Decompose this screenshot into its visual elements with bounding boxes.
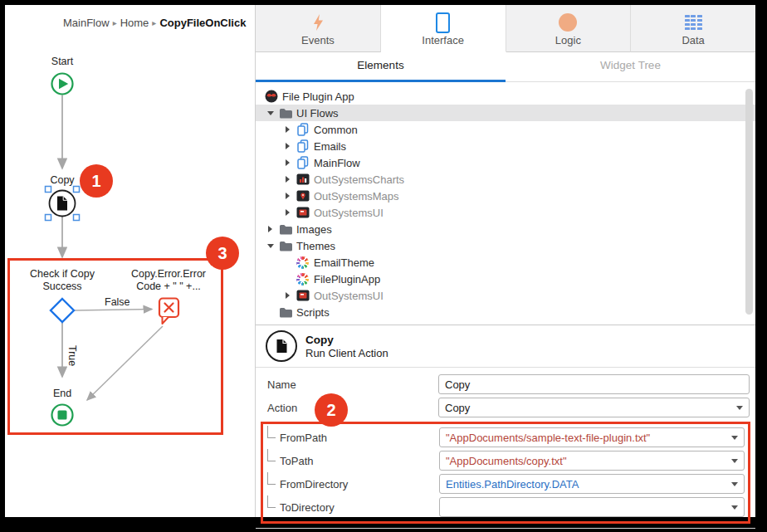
annotation-box-2: FromPath "AppDocuments/sample-text-file-…: [261, 422, 750, 524]
todirectory-select[interactable]: [439, 497, 745, 517]
tab-label: Data: [682, 34, 704, 46]
copy-node[interactable]: [46, 187, 80, 221]
scrollbar-thumb[interactable]: [745, 89, 753, 315]
theme-icon: [296, 272, 310, 286]
prop-row-name: Name: [256, 373, 755, 396]
folder-icon: [278, 106, 292, 120]
chevron-down-icon[interactable]: [266, 111, 278, 115]
tree-item-outsystemscharts[interactable]: OutSystemsCharts: [256, 171, 755, 188]
frompath-select[interactable]: "AppDocuments/sample-text-file-plugin.tx…: [439, 427, 745, 447]
prop-label: FromDirectory: [280, 478, 439, 491]
chevron-right-icon[interactable]: [284, 143, 296, 149]
tree-tick: [267, 495, 276, 508]
connector-if-false[interactable]: [75, 310, 152, 311]
annotation-badge-1: 1: [80, 164, 113, 198]
chevron-right-icon[interactable]: [284, 126, 296, 133]
tab-elements[interactable]: Elements: [256, 52, 506, 81]
tab-label: Logic: [555, 34, 581, 46]
folder-icon: [278, 305, 292, 320]
app-window: MainFlow▸Home▸CopyFileOnClick: [5, 5, 755, 517]
selection-handle[interactable]: [74, 187, 80, 193]
tree-item-outsystemsmaps[interactable]: OutSystemsMaps: [256, 188, 755, 204]
selection-handle[interactable]: [74, 215, 80, 221]
tab-events[interactable]: Events: [256, 5, 381, 52]
annotation-badge-3: 3: [206, 237, 239, 270]
start-node[interactable]: [52, 74, 73, 95]
chevron-right-icon[interactable]: [284, 193, 296, 199]
chevron-right-icon[interactable]: [284, 159, 296, 166]
module-ui-icon: [296, 206, 310, 220]
phone-icon: [436, 12, 450, 33]
tree-item-ui-flows[interactable]: UI Flows: [256, 105, 755, 121]
prop-label: Name: [267, 378, 438, 391]
name-input[interactable]: [438, 374, 750, 394]
if-node-label: Check if Copy Success: [19, 268, 105, 292]
tree-item-filepluginapp[interactable]: FilePluginApp: [256, 271, 755, 287]
property-title: Copy: [305, 334, 388, 346]
tree-item-themes[interactable]: Themes: [256, 237, 755, 254]
tree-item-outsystemsui[interactable]: OutSystemsUI: [256, 204, 755, 221]
dropdown-caret-icon: [736, 406, 743, 410]
tab-widget-tree[interactable]: Widget Tree: [506, 52, 755, 81]
bubble-tail: [163, 317, 169, 324]
chevron-right-icon[interactable]: [284, 209, 296, 216]
error-node-label: Copy.Error.Error Code + " " +...: [125, 268, 212, 292]
tree-item-scripts[interactable]: Scripts: [256, 304, 755, 320]
false-branch-label: False: [105, 296, 141, 309]
tree-tick: [267, 449, 276, 461]
tab-logic[interactable]: Logic: [506, 5, 632, 52]
elements-tree: File Plugin App UI Flows Common: [256, 82, 755, 325]
chevron-right-icon[interactable]: [284, 292, 296, 299]
flow-canvas[interactable]: MainFlow▸Home▸CopyFileOnClick: [5, 5, 255, 517]
folder-icon: [278, 222, 292, 237]
fromdirectory-select[interactable]: Entities.PathDirectory.DATA: [439, 474, 745, 494]
client-action-icon: [266, 330, 297, 362]
select-value: Copy: [445, 402, 470, 414]
selection-handle[interactable]: [46, 187, 51, 193]
end-node[interactable]: [52, 405, 73, 426]
prop-label: Action: [267, 402, 438, 414]
chevron-right-icon[interactable]: [284, 176, 296, 183]
tree-item-mainflow[interactable]: MainFlow: [256, 154, 755, 171]
tree-item-emailtheme[interactable]: EmailTheme: [256, 254, 755, 271]
dropdown-caret-icon: [731, 436, 738, 440]
stop-icon: [58, 411, 67, 420]
dropdown-caret-icon: [731, 505, 738, 510]
tree-item-emails[interactable]: Emails: [256, 138, 755, 154]
circle-icon: [559, 12, 577, 33]
properties-panel: Copy Run Client Action Name Action Copy: [256, 325, 755, 529]
topath-select[interactable]: "AppDocuments/copy.txt": [439, 451, 745, 471]
screens-icon: [296, 123, 310, 137]
tree-item-common[interactable]: Common: [256, 121, 755, 138]
tab-interface[interactable]: Interface: [381, 5, 506, 52]
property-subtitle: Run Client Action: [305, 347, 388, 359]
tree-item-file-plugin-app[interactable]: File Plugin App: [256, 88, 755, 105]
theme-icon: [296, 256, 310, 270]
dropdown-caret-icon: [731, 482, 738, 486]
prop-row-fromdirectory: FromDirectory Entities.PathDirectory.DAT…: [263, 472, 748, 495]
select-value: "AppDocuments/sample-text-file-plugin.tx…: [446, 432, 650, 444]
tree-item-images[interactable]: Images: [256, 221, 755, 237]
folder-icon: [278, 239, 292, 253]
if-node[interactable]: [51, 299, 74, 322]
tab-data[interactable]: Data: [631, 5, 755, 52]
selection-handle[interactable]: [46, 215, 51, 221]
table-grid-icon: [685, 12, 702, 33]
tree-tick: [267, 426, 276, 438]
connector-error-end[interactable]: [87, 326, 163, 400]
screens-icon: [296, 139, 310, 154]
prop-row-todirectory: ToDirectory: [263, 495, 748, 519]
tab-label: Events: [301, 34, 335, 46]
error-node[interactable]: [159, 299, 178, 325]
prop-label: FromPath: [280, 432, 439, 444]
action-select[interactable]: Copy: [438, 398, 750, 417]
app-icon: [264, 90, 278, 104]
chevron-right-icon[interactable]: [266, 226, 278, 232]
tree-item-outsystemsui-theme[interactable]: OutSystemsUI: [256, 287, 755, 304]
divider: [256, 528, 755, 529]
tab-label: Interface: [422, 34, 464, 46]
main-tabs: Events Interface Logic Data: [256, 5, 755, 52]
chevron-down-icon[interactable]: [266, 244, 278, 248]
property-header: Copy Run Client Action: [256, 325, 755, 368]
module-charts-icon: [296, 173, 310, 187]
